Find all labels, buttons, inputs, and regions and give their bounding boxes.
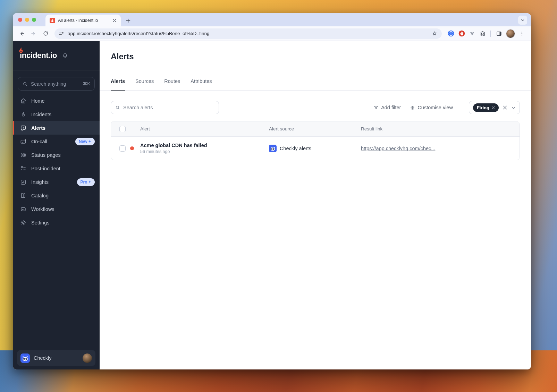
sidebar-item-status-pages[interactable]: Status pages — [13, 148, 100, 162]
global-search-input[interactable] — [31, 81, 79, 87]
sidebar-item-incidents[interactable]: Incidents — [13, 108, 100, 121]
select-all-checkbox[interactable] — [119, 126, 126, 132]
sidebar-item-label: Settings — [31, 220, 49, 225]
table-row[interactable]: Acme global CDN has failed 56 minutes ag… — [111, 137, 520, 160]
status-filter-control[interactable]: Firing — [469, 101, 520, 114]
checkly-logo-icon — [20, 353, 30, 363]
browser-window: All alerts - incident.io app.incident.io… — [13, 13, 531, 369]
sidebar-item-label: Insights — [31, 179, 49, 185]
sidebar-item-settings[interactable]: Settings — [13, 216, 100, 229]
sidebar-item-alerts[interactable]: Alerts — [13, 121, 100, 135]
alert-source-name: Checkly alerts — [280, 146, 311, 151]
extensions-puzzle-icon[interactable] — [479, 30, 486, 37]
firing-status-dot — [130, 146, 134, 150]
vimium-icon[interactable] — [469, 30, 475, 37]
browser-profile-avatar[interactable] — [506, 29, 515, 38]
notifications-bell-icon[interactable] — [62, 52, 68, 59]
search-icon — [22, 81, 28, 87]
tab-routes[interactable]: Routes — [164, 72, 180, 91]
sparkle-icon: ✦ — [88, 139, 91, 143]
flame-icon — [20, 111, 27, 118]
tab-sources[interactable]: Sources — [135, 72, 154, 91]
book-icon — [20, 192, 27, 199]
forward-button[interactable] — [29, 29, 39, 39]
page-title: Alerts — [111, 52, 134, 61]
remove-firing-chip-icon[interactable] — [492, 106, 495, 109]
flame-logo-icon — [18, 46, 24, 53]
clear-filter-icon[interactable] — [503, 105, 507, 110]
side-panel-icon[interactable] — [494, 29, 504, 39]
page-tabs: Alerts Sources Routes Attributes — [100, 72, 531, 91]
extension-icons — [446, 30, 487, 37]
global-search-box[interactable]: ⌘K — [18, 77, 95, 91]
sidebar-header: incident.io — [13, 41, 100, 70]
sidebar-item-post-incident[interactable]: Post-incident — [13, 162, 100, 175]
adblocker-hand-icon[interactable] — [458, 30, 465, 37]
sidebar-item-label: Catalog — [31, 193, 49, 198]
site-settings-icon[interactable] — [59, 31, 64, 36]
tab-attributes[interactable]: Attributes — [191, 72, 212, 91]
gear-icon — [20, 219, 27, 226]
checklist-icon — [20, 165, 27, 172]
reload-button[interactable] — [41, 29, 50, 39]
pro-badge: Pro✦ — [77, 178, 95, 186]
sidebar-item-on-call[interactable]: On-call New✦ — [13, 135, 100, 148]
firing-filter-chip[interactable]: Firing — [473, 103, 499, 112]
zoom-window-button[interactable] — [32, 18, 36, 22]
workspace-switcher[interactable]: Checkly — [17, 350, 95, 366]
column-header-alert: Alert — [140, 126, 269, 131]
sidebar-item-home[interactable]: Home — [13, 94, 100, 108]
incident-io-logo[interactable]: incident.io — [20, 51, 57, 60]
sidebar-item-insights[interactable]: Insights Pro✦ — [13, 175, 100, 189]
home-icon — [20, 97, 27, 104]
browser-toolbar: app.incident.io/checklyhq/alerts/recent?… — [13, 26, 531, 41]
browser-menu-icon[interactable] — [517, 29, 527, 39]
customise-view-button[interactable]: Customise view — [410, 105, 453, 110]
sidebar-item-catalog[interactable]: Catalog — [13, 189, 100, 202]
customise-view-label: Customise view — [417, 105, 453, 110]
url-bar[interactable]: app.incident.io/checklyhq/alerts/recent?… — [54, 28, 442, 39]
close-window-button[interactable] — [18, 18, 22, 22]
row-checkbox[interactable] — [119, 145, 126, 152]
sidebar-item-label: Status pages — [31, 152, 61, 158]
sliders-icon — [410, 105, 415, 110]
sidebar-item-label: Post-incident — [31, 166, 60, 171]
alert-title[interactable]: Acme global CDN has failed — [140, 143, 269, 148]
sidebar-item-label: Incidents — [31, 112, 51, 117]
sidebar: incident.io ⌘K Home — [13, 41, 100, 369]
search-alerts-box[interactable] — [111, 101, 219, 114]
browser-tab[interactable]: All alerts - incident.io — [45, 15, 121, 26]
result-link[interactable]: https://app.checklyhq.com/chec... — [361, 146, 520, 151]
password-manager-icon[interactable] — [447, 30, 455, 37]
sidebar-nav: Home Incidents Alerts — [13, 94, 100, 229]
search-alerts-input[interactable] — [123, 105, 215, 110]
tab-search-chevron-icon[interactable] — [518, 16, 527, 25]
sidebar-item-workflows[interactable]: Workflows — [13, 202, 100, 216]
user-avatar[interactable] — [83, 353, 92, 363]
search-icon — [115, 105, 120, 110]
alert-timestamp: 56 minutes ago — [140, 149, 269, 154]
add-filter-button[interactable]: Add filter — [373, 105, 401, 110]
main-content: Alerts Alerts Sources Routes Attributes — [100, 41, 531, 369]
sidebar-item-label: Home — [31, 98, 45, 104]
sparkle-icon: ✦ — [88, 180, 91, 184]
browser-tab-strip: All alerts - incident.io — [13, 13, 531, 26]
add-filter-label: Add filter — [381, 105, 401, 110]
sidebar-item-label: On-call — [31, 139, 47, 144]
back-button[interactable] — [17, 29, 27, 39]
checkly-source-icon — [269, 145, 277, 152]
new-badge: New✦ — [75, 138, 95, 145]
tab-alerts[interactable]: Alerts — [111, 72, 125, 91]
logo-text: incident.io — [20, 51, 57, 60]
new-tab-button[interactable] — [124, 16, 133, 25]
tab-close-icon[interactable] — [112, 18, 117, 23]
robot-icon — [20, 206, 27, 213]
bookmark-star-icon[interactable] — [432, 31, 438, 36]
alert-source-cell: Checkly alerts — [269, 145, 361, 152]
filter-chevron-down-icon[interactable] — [511, 105, 516, 110]
minimize-window-button[interactable] — [25, 18, 29, 22]
column-header-alert-source: Alert source — [269, 126, 361, 131]
url-text: app.incident.io/checklyhq/alerts/recent?… — [68, 31, 428, 36]
incident-io-favicon — [50, 18, 55, 23]
firing-chip-label: Firing — [477, 105, 489, 110]
